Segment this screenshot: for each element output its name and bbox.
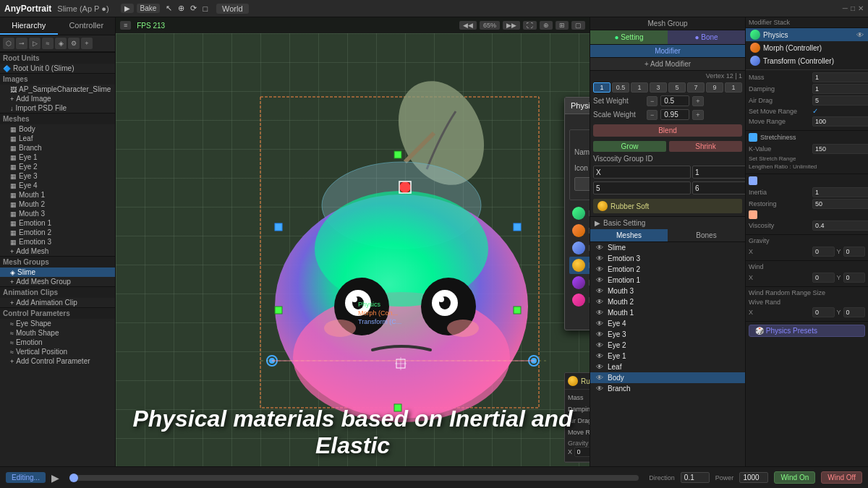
vg-6[interactable] bbox=[692, 181, 745, 194]
move-range-prop-input[interactable] bbox=[812, 116, 868, 127]
restoring-prop-input[interactable] bbox=[812, 199, 868, 209]
mesh-leaf[interactable]: 👁 Leaf bbox=[590, 361, 745, 372]
section-root-units[interactable]: Root Units bbox=[0, 52, 115, 64]
blend-button[interactable]: Blend bbox=[593, 124, 742, 137]
icon-add[interactable]: + bbox=[81, 38, 93, 49]
modifier-morph[interactable]: Morph (Controller) bbox=[746, 41, 868, 54]
tree-mouth1[interactable]: ▦Mouth 1 bbox=[0, 190, 115, 200]
mesh-body[interactable]: 👁 Body bbox=[590, 372, 745, 383]
preset-ribbon[interactable]: Ribbon bbox=[569, 239, 590, 257]
tree-mouth3[interactable]: ▦Mouth 3 bbox=[0, 209, 115, 218]
eye-icon-emotion2[interactable]: 👁 bbox=[595, 265, 605, 273]
timeline-thumb[interactable] bbox=[69, 474, 78, 482]
tree-add-anim[interactable]: +Add Animation Clip bbox=[0, 298, 115, 307]
window-min[interactable]: ─ bbox=[843, 4, 848, 12]
tree-import-psd[interactable]: ↓Import PSD File bbox=[0, 103, 115, 113]
tree-image-sample[interactable]: 🖼AP_SampleCharacter_Slime bbox=[0, 85, 115, 94]
tree-eye3[interactable]: ▦Eye 3 bbox=[0, 171, 115, 181]
setting-tab[interactable]: ● Setting bbox=[590, 30, 668, 44]
icon-anim[interactable]: ▷ bbox=[29, 38, 41, 49]
grav-y-input[interactable] bbox=[843, 247, 866, 257]
num-05[interactable]: 0.5 bbox=[612, 82, 629, 93]
modifier-physics[interactable]: Physics 👁 bbox=[746, 28, 868, 41]
tree-mouth-shape[interactable]: ≈Mouth Shape bbox=[0, 328, 115, 338]
preset-rubber-hard[interactable]: Rubber Hard bbox=[569, 274, 590, 291]
vg-1[interactable] bbox=[692, 166, 745, 179]
icon-mesh[interactable]: ⬡ bbox=[3, 38, 14, 49]
mesh-mouth2[interactable]: 👁 Mouth 2 bbox=[590, 296, 745, 307]
physics-presets-sidebar-btn[interactable]: 🎲 Physics Presets bbox=[749, 325, 865, 337]
tree-add-mesh-group[interactable]: +Add Mesh Group bbox=[0, 277, 115, 286]
air-drag-prop-input[interactable] bbox=[812, 95, 868, 106]
basic-setting-header[interactable]: ▶ Basic Setting bbox=[590, 216, 745, 229]
tree-eye4[interactable]: ▦Eye 4 bbox=[0, 181, 115, 190]
eye-icon-mouth2[interactable]: 👁 bbox=[595, 298, 605, 306]
vp-prev[interactable]: ◀◀ bbox=[459, 21, 477, 30]
vp-icon1[interactable]: ⊕ bbox=[540, 21, 553, 30]
section-control-params[interactable]: Control Parameters bbox=[0, 307, 115, 319]
tab-hierarchy[interactable]: Hierarchy bbox=[0, 17, 58, 35]
eye-icon-slime[interactable]: 👁 bbox=[595, 244, 605, 252]
tree-emotion2[interactable]: ▦Emotion 2 bbox=[0, 228, 115, 237]
vp-icon3[interactable]: ▢ bbox=[571, 21, 585, 30]
viscosity-prop-input[interactable] bbox=[812, 221, 868, 231]
section-animation[interactable]: Animation Clips bbox=[0, 286, 115, 298]
mesh-mouth1[interactable]: 👁 Mouth 1 bbox=[590, 307, 745, 318]
tab-controller[interactable]: Controller bbox=[58, 17, 116, 35]
mesh-slime[interactable]: 👁 Slime bbox=[590, 242, 745, 253]
scale-weight-input[interactable] bbox=[660, 109, 689, 120]
eye-icon-leaf[interactable]: 👁 bbox=[595, 363, 605, 371]
damping-prop-input[interactable] bbox=[812, 84, 868, 94]
mesh-eye3[interactable]: 👁 Eye 3 bbox=[590, 329, 745, 340]
power-input[interactable] bbox=[739, 472, 768, 483]
grow-button[interactable]: Grow bbox=[593, 141, 666, 152]
vg-5[interactable] bbox=[593, 181, 691, 194]
eye-icon-body[interactable]: 👁 bbox=[595, 374, 605, 382]
tree-mouth2[interactable]: ▦Mouth 2 bbox=[0, 200, 115, 209]
direction-input[interactable] bbox=[681, 472, 710, 483]
tree-eye1[interactable]: ▦Eye 1 bbox=[0, 153, 115, 162]
meshes-tab[interactable]: Meshes bbox=[590, 229, 668, 241]
num-1b[interactable]: 1 bbox=[631, 82, 648, 93]
viewport[interactable]: ≡ FPS 213 ◀◀ 65% ▶▶ ⛶ ⊕ ⊞ ▢ bbox=[116, 17, 590, 488]
section-mesh-groups[interactable]: Mesh Groups bbox=[0, 256, 115, 267]
preset-hair[interactable]: Hair bbox=[569, 222, 590, 239]
eye-icon-emotion3[interactable]: 👁 bbox=[595, 254, 605, 262]
eye-icon-mouth3[interactable]: 👁 bbox=[595, 287, 605, 295]
eye-icon-emotion1[interactable]: 👁 bbox=[595, 276, 605, 284]
add-modifier-button[interactable]: + Add Modifier bbox=[590, 58, 745, 71]
vg-x[interactable] bbox=[593, 166, 691, 179]
mesh-emotion1[interactable]: 👁 Emotion 1 bbox=[590, 275, 745, 286]
num-1[interactable]: 1 bbox=[593, 82, 610, 93]
wind-x-input[interactable] bbox=[812, 273, 835, 283]
mass-prop-input[interactable] bbox=[812, 72, 868, 82]
window-close[interactable]: ✕ bbox=[858, 4, 864, 12]
tree-leaf[interactable]: ▦Leaf bbox=[0, 134, 115, 143]
transform-tool[interactable]: ⊕ bbox=[178, 4, 184, 13]
tree-add-param[interactable]: +Add Control Parameter bbox=[0, 356, 115, 366]
tree-eye2[interactable]: ▦Eye 2 bbox=[0, 162, 115, 171]
modifier-transform[interactable]: Transform (Controller) bbox=[746, 54, 868, 67]
gx-input[interactable] bbox=[574, 447, 590, 457]
wr-y-input[interactable] bbox=[843, 307, 866, 317]
timeline-bar[interactable] bbox=[69, 475, 639, 481]
section-images[interactable]: Images bbox=[0, 73, 115, 85]
tree-emotion3[interactable]: ▦Emotion 3 bbox=[0, 237, 115, 247]
num-1c[interactable]: 1 bbox=[725, 82, 742, 93]
tree-emotion1[interactable]: ▦Emotion 1 bbox=[0, 218, 115, 228]
mesh-eye4[interactable]: 👁 Eye 4 bbox=[590, 318, 745, 329]
play-icon[interactable]: ▶ bbox=[51, 472, 59, 484]
window-max[interactable]: □ bbox=[851, 4, 855, 12]
register-btn[interactable]: Register as a Preset bbox=[574, 177, 590, 191]
wr-x-input[interactable] bbox=[812, 307, 835, 317]
vp-expand[interactable]: ⛶ bbox=[523, 21, 537, 30]
mesh-eye2[interactable]: 👁 Eye 2 bbox=[590, 340, 745, 351]
eye-icon-branch[interactable]: 👁 bbox=[595, 385, 605, 393]
wind-y-input[interactable] bbox=[843, 273, 866, 283]
num-9[interactable]: 9 bbox=[706, 82, 723, 93]
modifier-button[interactable]: Modifier bbox=[590, 45, 745, 58]
wind-off-button[interactable]: Wind Off bbox=[821, 471, 862, 484]
eye-icon-eye2[interactable]: 👁 bbox=[595, 341, 605, 349]
shrink-button[interactable]: Shrink bbox=[669, 141, 742, 152]
set-weight-minus[interactable]: − bbox=[647, 96, 658, 106]
